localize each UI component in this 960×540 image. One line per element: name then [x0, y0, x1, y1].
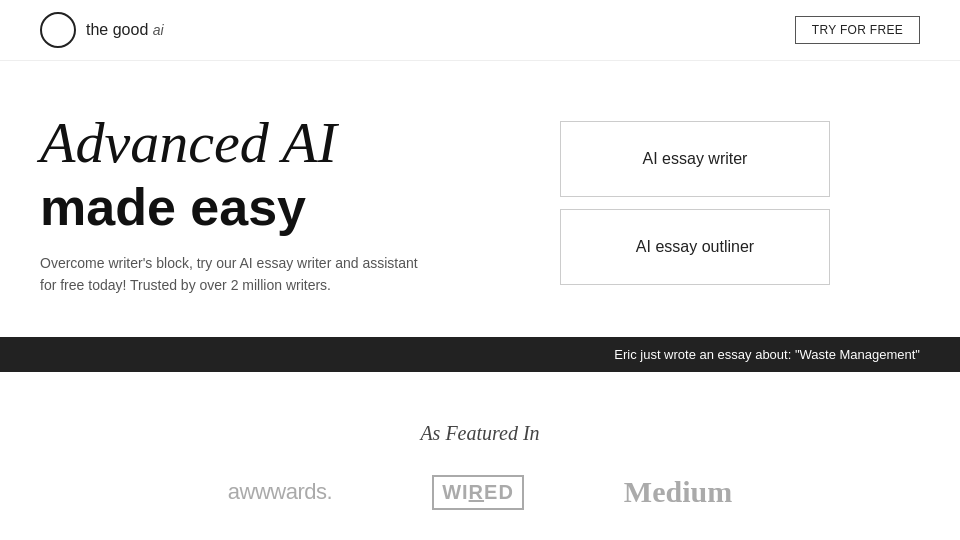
featured-logos: awwwards. WIRED Medium	[40, 475, 920, 510]
hero-section: Advanced AI made easy Overcome writer's …	[0, 61, 960, 337]
hero-description: Overcome writer's block, try our AI essa…	[40, 252, 420, 297]
hero-right: AI essay writer AI essay outliner	[560, 111, 830, 285]
essay-writer-button[interactable]: AI essay writer	[560, 121, 830, 197]
logo-circle-icon	[40, 12, 76, 48]
try-free-button[interactable]: TRY FOR FREE	[795, 16, 920, 44]
essay-outliner-button[interactable]: AI essay outliner	[560, 209, 830, 285]
ticker-text: Eric just wrote an essay about: "Waste M…	[614, 347, 920, 362]
awwwards-logo: awwwards.	[228, 479, 332, 505]
hero-left: Advanced AI made easy Overcome writer's …	[40, 111, 520, 297]
logo-text: the good ai	[86, 21, 164, 39]
hero-title-italic: Advanced AI	[40, 111, 520, 175]
logo-area: the good ai	[40, 12, 164, 48]
featured-title: As Featured In	[40, 422, 920, 445]
header: the good ai TRY FOR FREE	[0, 0, 960, 61]
hero-title-bold: made easy	[40, 179, 520, 236]
featured-section: As Featured In awwwards. WIRED Medium	[0, 372, 960, 540]
ticker-bar: Eric just wrote an essay about: "Waste M…	[0, 337, 960, 372]
logo-ai: ai	[153, 22, 164, 38]
wired-logo: WIRED	[432, 475, 524, 510]
medium-logo: Medium	[624, 475, 732, 509]
